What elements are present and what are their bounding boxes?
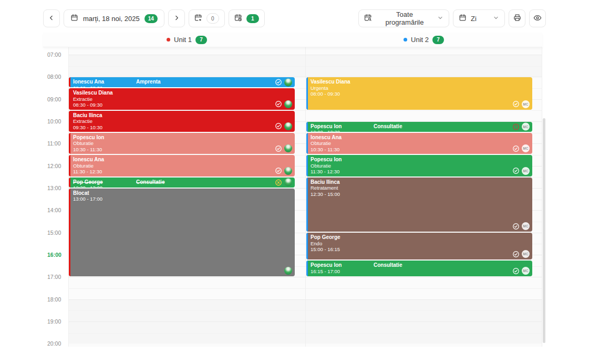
check-circle-icon bbox=[512, 223, 520, 230]
view-mode-dropdown[interactable]: Zi bbox=[453, 9, 505, 27]
event-accent-bar bbox=[306, 155, 308, 176]
calendar-body: Ionescu AnaAmprenta08:00 - 08:30Vasilesc… bbox=[43, 47, 545, 347]
print-button[interactable] bbox=[509, 9, 525, 27]
time-label: 12:00 bbox=[47, 163, 61, 169]
event-accent-bar bbox=[306, 261, 308, 276]
event-accent-bar bbox=[306, 133, 308, 154]
event-accent-bar bbox=[306, 122, 308, 132]
time-label: 07:00 bbox=[47, 51, 61, 58]
event-icons: MC bbox=[512, 167, 530, 175]
appointment-event[interactable]: Ionescu AnaObturatie10:30 - 11:30MC bbox=[306, 133, 532, 154]
calendar-header: Unit 1 7 Unit 2 7 bbox=[43, 33, 542, 47]
time-label: 19:00 bbox=[47, 318, 61, 325]
view-selected-value: Zi bbox=[471, 15, 477, 23]
time-label: 14:00 bbox=[47, 207, 61, 213]
event-treatment: Consultatie bbox=[136, 179, 164, 185]
visibility-toggle-button[interactable] bbox=[529, 9, 546, 27]
column-header-unit-1[interactable]: Unit 1 7 bbox=[68, 33, 305, 47]
event-treatment: Obturatie bbox=[311, 163, 529, 169]
chevron-right-icon bbox=[173, 14, 180, 23]
event-treatment: Extractie bbox=[73, 96, 292, 102]
event-patient-name: Ionescu Ana bbox=[73, 79, 292, 85]
event-treatment: Consultatie bbox=[374, 262, 402, 268]
appointment-event[interactable]: Popescu IonConsultatie16:15 - 17:00MC bbox=[306, 261, 532, 276]
event-treatment: Obturatie bbox=[73, 163, 292, 169]
check-circle-icon bbox=[512, 167, 520, 174]
event-accent-bar bbox=[306, 178, 308, 232]
calendar-column-unit-2[interactable]: Vasilescu DianaUrgenta08:00 - 09:30MCPop… bbox=[306, 47, 543, 347]
day-calendar: Unit 1 7 Unit 2 7 Ionescu AnaAmprenta08:… bbox=[43, 33, 545, 347]
appointment-event[interactable]: Vasilescu DianaExtractie08:30 - 09:30 bbox=[69, 88, 295, 109]
event-accent-bar bbox=[69, 133, 70, 154]
event-accent-bar bbox=[69, 77, 70, 87]
event-icons bbox=[275, 179, 292, 186]
time-label: 09:00 bbox=[47, 96, 61, 102]
event-patient-name: Popescu Ion bbox=[311, 123, 529, 130]
event-time-range: 16:15 - 17:00 bbox=[311, 268, 529, 275]
calendar-edit-icon bbox=[194, 14, 202, 23]
filter-selected-value: Toate programările bbox=[376, 11, 433, 26]
check-circle-icon bbox=[275, 100, 282, 108]
scheduler-app: marți, 18 noi, 2025 14 0 1 bbox=[0, 0, 589, 364]
unit-color-dot bbox=[167, 38, 170, 41]
appointment-event[interactable]: Popescu IonConsultatie10:00 - 10:30MC bbox=[306, 122, 532, 132]
time-label: 18:00 bbox=[47, 296, 61, 303]
appointment-event[interactable]: Popescu IonObturatie10:30 - 11:30 bbox=[69, 133, 295, 154]
assignee-avatar bbox=[284, 100, 292, 108]
check-circle-icon bbox=[512, 100, 520, 108]
event-patient-name: Vasilescu Diana bbox=[73, 90, 292, 96]
assignee-avatar: MC bbox=[522, 123, 530, 131]
event-icons: MC bbox=[512, 222, 530, 230]
event-accent-bar bbox=[69, 88, 70, 109]
prev-day-button[interactable] bbox=[43, 9, 60, 27]
date-picker-button[interactable]: marți, 18 noi, 2025 14 bbox=[64, 9, 164, 27]
appointment-event[interactable]: Baciu IlincaExtractie09:30 - 10:30 bbox=[69, 111, 295, 132]
next-day-button[interactable] bbox=[168, 9, 185, 27]
event-icons bbox=[275, 144, 292, 152]
event-patient-name: Popescu Ion bbox=[311, 262, 529, 268]
assignee-avatar: MC bbox=[522, 144, 530, 152]
column-header-unit-2[interactable]: Unit 2 7 bbox=[305, 33, 542, 47]
appointment-event[interactable]: Baciu IlincaRetratament12:30 - 15:00MC bbox=[306, 178, 532, 232]
column-count-badge: 7 bbox=[195, 36, 207, 44]
assignee-avatar: MC bbox=[522, 167, 530, 175]
eye-icon bbox=[533, 14, 542, 24]
event-patient-name: Popescu Ion bbox=[311, 157, 529, 163]
pending-count-badge: 1 bbox=[246, 14, 259, 23]
appointment-event[interactable]: Ionescu AnaObturatie11:30 - 12:30 bbox=[69, 155, 295, 176]
check-circle-icon bbox=[512, 267, 520, 275]
time-gutter: 07:0008:0009:0010:0011:0012:0013:0014:00… bbox=[43, 47, 68, 347]
printer-icon bbox=[513, 14, 521, 23]
event-icons: MC bbox=[512, 144, 530, 152]
event-treatment: Urgenta bbox=[311, 85, 529, 91]
appointments-filter-dropdown[interactable]: Toate programările bbox=[358, 9, 449, 27]
event-time-range: 13:00 - 17:00 bbox=[73, 196, 292, 202]
event-time-range: 08:30 - 09:30 bbox=[73, 102, 292, 108]
event-time-range: 10:30 - 11:30 bbox=[311, 147, 529, 153]
event-accent-bar bbox=[69, 111, 70, 132]
appointment-event[interactable]: Pop GeorgeEndo15:00 - 16:15MC bbox=[306, 233, 532, 259]
check-circle-icon bbox=[275, 122, 282, 130]
event-patient-name: Blocat bbox=[73, 190, 292, 196]
assignee-avatar: MC bbox=[522, 267, 530, 275]
time-label: 20:00 bbox=[47, 340, 61, 347]
blocked-time-event[interactable]: Blocat13:00 - 17:00 bbox=[69, 189, 295, 276]
day-appointment-count-badge: 14 bbox=[144, 14, 158, 23]
current-date-label: marți, 18 noi, 2025 bbox=[83, 15, 140, 23]
event-accent-bar bbox=[69, 189, 70, 276]
appointment-event[interactable]: Popescu IonObturatie11:30 - 12:30MC bbox=[306, 155, 532, 176]
check-circle-icon bbox=[512, 251, 520, 258]
assignee-avatar: MC bbox=[522, 100, 530, 108]
calendar-column-unit-1[interactable]: Ionescu AnaAmprenta08:00 - 08:30Vasilesc… bbox=[68, 47, 305, 347]
time-label: 15:00 bbox=[47, 230, 61, 236]
time-label: 08:00 bbox=[47, 74, 61, 80]
appointment-event[interactable]: Vasilescu DianaUrgenta08:00 - 09:30MC bbox=[306, 77, 532, 109]
calendar-icon bbox=[70, 14, 78, 23]
check-circle-icon bbox=[275, 167, 282, 174]
vertical-scrollbar[interactable] bbox=[543, 118, 545, 343]
appointment-event[interactable]: Pop GeorgeConsultatie12:30 - 13:00 bbox=[69, 178, 295, 188]
column-count-badge: 7 bbox=[432, 36, 444, 44]
pending-appointments-button[interactable]: 1 bbox=[229, 9, 265, 27]
appointment-event[interactable]: Ionescu AnaAmprenta08:00 - 08:30 bbox=[69, 77, 295, 87]
waitlist-button[interactable]: 0 bbox=[189, 9, 225, 27]
